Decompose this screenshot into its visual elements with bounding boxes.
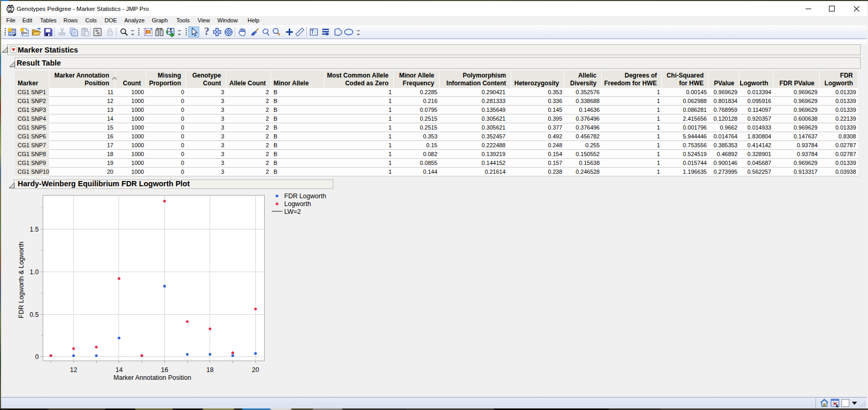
svg-text:0: 0 bbox=[35, 353, 39, 361]
svg-text:1.5: 1.5 bbox=[30, 226, 38, 233]
svg-text:12: 12 bbox=[70, 366, 77, 374]
svg-text:?: ? bbox=[204, 27, 210, 37]
svg-text:18: 18 bbox=[206, 366, 214, 374]
svg-text:FDR Logworth & Logworth: FDR Logworth & Logworth bbox=[18, 241, 25, 318]
svg-text:T: T bbox=[310, 29, 314, 35]
svg-text:0.5: 0.5 bbox=[30, 311, 38, 318]
svg-text:14: 14 bbox=[115, 366, 123, 374]
svg-text:FDR Logworth: FDR Logworth bbox=[284, 193, 327, 200]
svg-text:1.0: 1.0 bbox=[30, 268, 38, 276]
svg-text:LW=2: LW=2 bbox=[284, 208, 301, 215]
svg-text:Marker Annotation Position: Marker Annotation Position bbox=[113, 374, 191, 381]
svg-text:20: 20 bbox=[252, 366, 259, 374]
svg-text:16: 16 bbox=[161, 366, 168, 374]
svg-text:Logworth: Logworth bbox=[284, 200, 311, 208]
